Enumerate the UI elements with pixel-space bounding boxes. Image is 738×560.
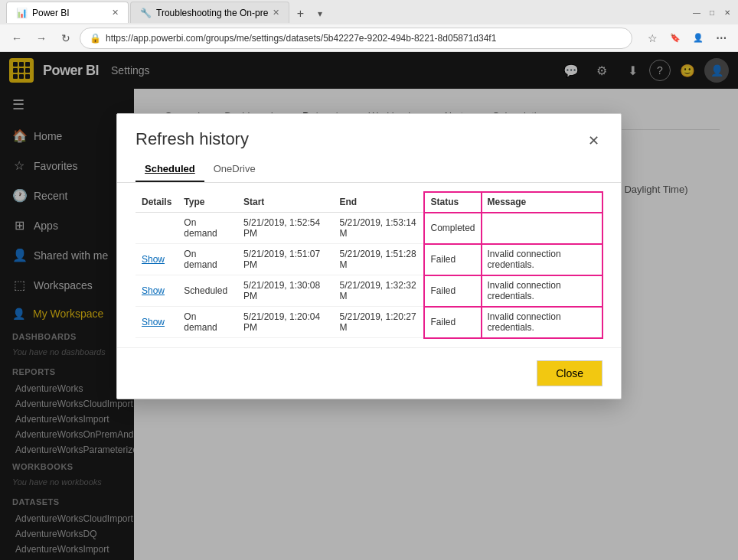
refresh-history-table: Details Type Start End Status Message On… [136, 192, 602, 338]
row1-details [136, 213, 178, 244]
row1-start: 5/21/2019, 1:52:54 PM [237, 213, 334, 244]
table-row: On demand 5/21/2019, 1:52:54 PM 5/21/201… [136, 213, 602, 244]
modal-tab-scheduled[interactable]: Scheduled [136, 158, 204, 182]
row4-type: On demand [178, 307, 237, 338]
profile-button[interactable]: 👤 [687, 28, 709, 49]
browser-window: 📊 Power BI ✕ 🔧 Troubleshooting the On-pr… [0, 0, 738, 52]
browser-tabs: 📊 Power BI ✕ 🔧 Troubleshooting the On-pr… [6, 2, 692, 23]
tab-list-button[interactable]: ▾ [311, 5, 329, 23]
tab-label: Power BI [32, 8, 70, 18]
modal-header: Refresh history ✕ [117, 114, 621, 152]
col-header-type: Type [178, 192, 237, 213]
url-text: https://app.powerbi.com/groups/me/settin… [106, 33, 622, 44]
row2-status: Failed [424, 244, 481, 275]
table-header-row: Details Type Start End Status Message [136, 192, 602, 213]
row1-end: 5/21/2019, 1:53:14 M [333, 213, 424, 244]
tab-close-btn[interactable]: ✕ [112, 8, 119, 18]
minimize-button[interactable]: — [692, 8, 701, 17]
window-controls: — □ ✕ [692, 8, 732, 17]
col-header-start: Start [237, 192, 334, 213]
lock-icon: 🔒 [90, 33, 101, 44]
bookmark-button[interactable]: ☆ [642, 28, 663, 49]
row3-type: Scheduled [178, 275, 237, 307]
row4-end: 5/21/2019, 1:20:27 M [333, 307, 424, 338]
tab2-label: Troubleshooting the On-pre [156, 8, 268, 18]
browser-titlebar: 📊 Power BI ✕ 🔧 Troubleshooting the On-pr… [0, 0, 738, 24]
more-button[interactable]: ⋯ [710, 28, 732, 49]
row2-message: Invalid connection credentials. [482, 244, 603, 275]
row1-message [482, 213, 603, 244]
new-tab-button[interactable]: + [291, 5, 309, 23]
modal-overlay: Refresh history ✕ Scheduled OneDrive Det… [0, 52, 738, 560]
row4-message: Invalid connection credentials. [482, 307, 603, 338]
modal-tab-onedrive[interactable]: OneDrive [204, 158, 265, 182]
browser-action-buttons: ☆ 🔖 👤 ⋯ [642, 28, 732, 49]
refresh-history-modal: Refresh history ✕ Scheduled OneDrive Det… [116, 113, 622, 399]
close-window-button[interactable]: ✕ [723, 8, 732, 17]
modal-body: Details Type Start End Status Message On… [117, 183, 621, 347]
table-row: Show Scheduled 5/21/2019, 1:30:08 PM 5/2… [136, 275, 602, 307]
row2-type: On demand [178, 244, 237, 275]
table-row: Show On demand 5/21/2019, 1:20:04 PM 5/2… [136, 307, 602, 338]
row4-details[interactable]: Show [136, 307, 178, 338]
col-header-end: End [333, 192, 424, 213]
row1-status: Completed [424, 213, 481, 244]
tab-favicon: 📊 [16, 8, 28, 18]
row2-details[interactable]: Show [136, 244, 178, 275]
bookmark-list-button[interactable]: 🔖 [665, 28, 686, 49]
table-row: Show On demand 5/21/2019, 1:51:07 PM 5/2… [136, 244, 602, 275]
tab2-favicon: 🔧 [140, 8, 152, 18]
modal-tabs: Scheduled OneDrive [117, 152, 621, 183]
forward-button[interactable]: → [31, 28, 52, 49]
row2-show-link[interactable]: Show [142, 254, 165, 265]
active-tab[interactable]: 📊 Power BI ✕ [6, 2, 129, 23]
modal-footer: Close [117, 347, 621, 399]
modal-close-btn[interactable]: Close [537, 360, 602, 386]
maximize-button[interactable]: □ [707, 8, 717, 17]
row4-show-link[interactable]: Show [142, 317, 165, 327]
row1-type: On demand [178, 213, 237, 244]
row4-start: 5/21/2019, 1:20:04 PM [237, 307, 334, 338]
col-header-status: Status [424, 192, 481, 213]
modal-title: Refresh history [136, 129, 585, 149]
row3-end: 5/21/2019, 1:32:32 M [333, 275, 424, 307]
back-button[interactable]: ← [6, 28, 28, 49]
refresh-browser-button[interactable]: ↻ [55, 28, 77, 49]
row3-start: 5/21/2019, 1:30:08 PM [237, 275, 334, 307]
col-header-details: Details [136, 192, 178, 213]
row2-end: 5/21/2019, 1:51:28 M [333, 244, 424, 275]
row2-start: 5/21/2019, 1:51:07 PM [237, 244, 334, 275]
col-header-message: Message [482, 192, 603, 213]
row3-show-link[interactable]: Show [142, 285, 165, 296]
modal-close-button[interactable]: ✕ [585, 129, 602, 152]
inactive-tab[interactable]: 🔧 Troubleshooting the On-pre ✕ [130, 2, 289, 23]
row3-status: Failed [424, 275, 481, 307]
address-bar[interactable]: 🔒 https://app.powerbi.com/groups/me/sett… [80, 28, 632, 49]
row3-details[interactable]: Show [136, 275, 178, 307]
browser-controls: ← → ↻ 🔒 https://app.powerbi.com/groups/m… [0, 24, 738, 52]
row4-status: Failed [424, 307, 481, 338]
tab2-close-btn[interactable]: ✕ [273, 8, 279, 18]
row3-message: Invalid connection credentials. [482, 275, 603, 307]
